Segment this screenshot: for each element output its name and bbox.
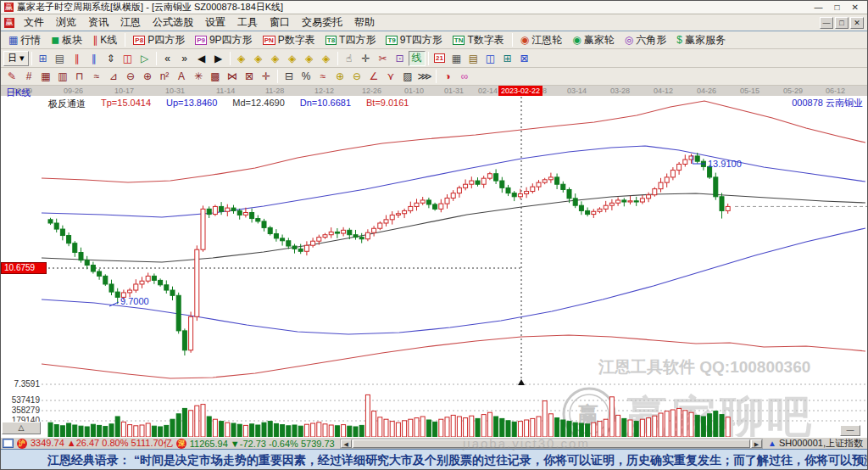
toolbar-button-T数字表[interactable]: TNT数字表	[448, 31, 509, 49]
scrollbar-thumb[interactable]	[353, 439, 750, 448]
legend-item: Md=12.4690	[232, 98, 284, 110]
menu-item-江恩[interactable]: 江恩	[114, 14, 147, 31]
toolbar-icon[interactable]: ⇕	[103, 51, 120, 66]
toolbar-button-label: 行情	[20, 33, 41, 48]
toolbar-icon[interactable]: ◈	[250, 51, 267, 66]
draw-tool-icon[interactable]: ✎	[3, 69, 20, 84]
menu-item-工具[interactable]: 工具	[231, 14, 264, 31]
date-label: 11-28	[265, 87, 284, 95]
menu-item-资讯[interactable]: 资讯	[82, 14, 114, 31]
menu-item-浏览[interactable]: 浏览	[50, 14, 82, 31]
toolbar-button-赢家轮[interactable]: ◉赢家轮	[567, 31, 619, 49]
toolbar-icon[interactable]: ⊠	[516, 51, 533, 66]
toolbar-icon[interactable]: ▦	[448, 51, 465, 66]
mdi-close-button[interactable]: ✕	[850, 17, 864, 29]
draw-tool-icon[interactable]: ▩	[207, 69, 224, 84]
draw-tool-icon[interactable]: ∠	[365, 69, 382, 84]
draw-tool-icon[interactable]: ⊟	[281, 69, 298, 84]
expand-pane-button[interactable]: △	[2, 422, 41, 434]
draw-tool-icon[interactable]: ⊖	[122, 69, 139, 84]
collapse-pane-button[interactable]: —	[840, 425, 860, 436]
draw-tool-icon[interactable]: ⊓	[71, 69, 88, 84]
menu-item-窗口[interactable]: 窗口	[264, 14, 296, 31]
menu-item-文件[interactable]: 文件	[18, 14, 50, 31]
toolbar-button-赢家服务[interactable]: $赢家服务	[671, 31, 731, 49]
toolbar-button-P四方形[interactable]: P8P四方形	[128, 31, 190, 49]
draw-tool-icon[interactable]: A	[173, 69, 190, 84]
toolbar-button-9T四方形[interactable]: T99T四方形	[381, 31, 447, 49]
scroll-right-arrow[interactable]: ▶	[751, 439, 762, 448]
draw-tool-icon[interactable]: ⋈	[224, 69, 241, 84]
draw-tool-icon[interactable]: n²	[156, 69, 173, 84]
main-toolbar: ▦行情◼板块∥K线P8P四方形P99P四方形PNP数字表T8T四方形T99T四方…	[1, 31, 867, 49]
toolbar-button-板块[interactable]: ◼板块	[46, 31, 87, 49]
menu-item-帮助[interactable]: 帮助	[348, 14, 381, 31]
toolbar-icon[interactable]: ▤	[52, 51, 69, 66]
minimize-button[interactable]: —	[815, 3, 823, 12]
menu-item-设置[interactable]: 设置	[199, 14, 231, 31]
draw-tool-icon[interactable]: %	[298, 69, 314, 84]
toolbar-icon[interactable]: ⊞	[35, 51, 52, 66]
toolbar-icon[interactable]: ▶	[210, 51, 227, 66]
toolbar-icon[interactable]: ▤	[465, 51, 482, 66]
toolbar-icon[interactable]: ◀	[193, 51, 210, 66]
toolbar-button-P数字表[interactable]: PNP数字表	[258, 31, 320, 49]
mdi-restore-button[interactable]: □	[835, 17, 849, 29]
draw-tool-icon[interactable]: ⊿	[105, 69, 122, 84]
draw-tool-icon[interactable]: ≈	[314, 69, 331, 84]
draw-tool-icon[interactable]: ≈	[88, 69, 105, 84]
draw-tool-icon[interactable]: #	[20, 69, 37, 84]
toolbar-icon[interactable]: ◫	[482, 51, 499, 66]
toolbar-icon[interactable]: ▷	[136, 51, 153, 66]
toolbar-button-9P四方形[interactable]: P99P四方形	[190, 31, 257, 49]
toolbar-button-江恩轮[interactable]: ◉江恩轮	[515, 31, 567, 49]
draw-tool-icon[interactable]: ⊠	[241, 69, 258, 84]
chart-canvas[interactable]: 09-0909-2610-1710-3111-1411-2812-1212-26…	[1, 86, 867, 437]
quote-table-icon[interactable]	[3, 439, 14, 448]
toolbar-icon[interactable]: ✂	[375, 51, 392, 66]
toolbar-button-label: P四方形	[147, 33, 185, 48]
period-selector[interactable]: 日▾	[3, 51, 29, 66]
draw-tool-icon[interactable]: ✳	[190, 69, 207, 84]
draw-tool-icon[interactable]: ⊖	[348, 69, 365, 84]
toolbar-icon[interactable]: ◈	[233, 51, 250, 66]
maximize-button[interactable]: □	[835, 3, 840, 12]
toolbar-icon[interactable]: ∥	[86, 51, 103, 66]
toolbar-icon[interactable]: »	[176, 51, 193, 66]
draw-tool-icon[interactable]: ✛	[258, 69, 275, 84]
draw-tool-icon[interactable]: ▨	[399, 69, 416, 84]
toolbar-icon[interactable]: ◈	[318, 51, 335, 66]
toolbar-icon[interactable]: ☝	[341, 51, 358, 66]
toolbar-button-K线[interactable]: ∥K线	[87, 31, 122, 49]
scroll-left-arrow[interactable]: ◀	[341, 439, 352, 448]
close-button[interactable]: ✕	[852, 3, 859, 12]
mdi-minimize-button[interactable]: —	[820, 17, 833, 29]
toolbar-icon[interactable]: «	[159, 51, 176, 66]
draw-tool-icon[interactable]: ▥	[54, 69, 71, 84]
draw-tool-icon[interactable]: ⋎	[382, 69, 399, 84]
menu-item-公式选股[interactable]: 公式选股	[147, 14, 199, 31]
toolbar-button-六角形[interactable]: ◎六角形	[620, 31, 671, 49]
toolbar-icon[interactable]: 21	[431, 51, 448, 66]
toolbar-icon[interactable]: 线	[409, 51, 426, 66]
horizontal-scrollbar[interactable]: ◀ ▶	[340, 439, 763, 449]
toolbar-icon[interactable]: ⊞	[499, 51, 516, 66]
draw-tool-icon[interactable]: ▦	[37, 69, 54, 84]
toolbar-icon[interactable]: ◫	[120, 51, 136, 66]
toolbar-button-行情[interactable]: ▦行情	[3, 31, 46, 49]
toolbar-icon[interactable]: ✛	[358, 51, 375, 66]
draw-tool-icon[interactable]: ⊕	[139, 69, 156, 84]
draw-tool-icon[interactable]: ∞	[456, 69, 473, 84]
toolbar-icon[interactable]: ◈	[267, 51, 284, 66]
toolbar-button-T四方形[interactable]: T8T四方形	[320, 31, 381, 49]
toolbar-icon[interactable]: ∥	[69, 51, 86, 66]
svg-text:7.3591: 7.3591	[14, 379, 40, 389]
draw-tool-icon[interactable]: ⋙	[416, 69, 433, 84]
toolbar-icon[interactable]: ⊡	[392, 51, 409, 66]
toolbar-icon[interactable]: ◈	[284, 51, 301, 66]
draw-tool-icon[interactable]: ◑	[439, 69, 456, 84]
menu-item-交易委托[interactable]: 交易委托	[296, 14, 348, 31]
toolbar-button-label: 9P四方形	[209, 33, 253, 48]
draw-tool-icon[interactable]: ⊕	[331, 69, 348, 84]
toolbar-icon[interactable]: ◈	[301, 51, 318, 66]
